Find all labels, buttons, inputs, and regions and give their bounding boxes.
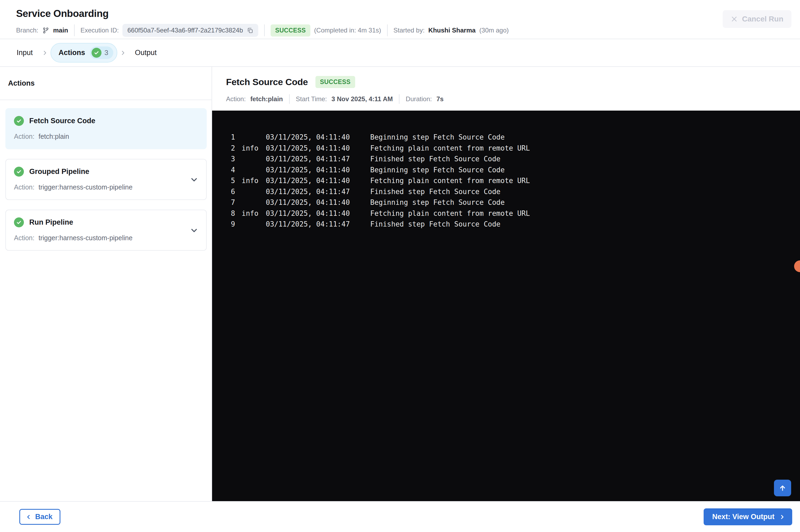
step-meta-row: Action: fetch:plain Start Time: 3 Nov 20… (226, 94, 800, 104)
tab-output[interactable]: Output (129, 49, 163, 57)
log-timestamp: 03/11/2025, 04:11:40 (266, 177, 370, 185)
divider (387, 24, 388, 36)
log-message: Beginning step Fetch Source Code (370, 133, 800, 141)
scroll-marker-dot (794, 260, 800, 272)
execution-id-value: 660f50a7-5eef-43a6-9ff7-2a2179c3824b (127, 26, 243, 34)
branch-value: main (53, 26, 68, 34)
chevron-right-icon (42, 50, 48, 56)
log-row: 7 03/11/2025, 04:11:40 Beginning step Fe… (231, 197, 800, 208)
page-title: Service Onboarding (16, 8, 800, 19)
body: Actions Fetch Source Code Action: fetch:… (0, 67, 800, 501)
card-title: Fetch Source Code (29, 117, 95, 125)
divider (264, 24, 265, 36)
log-row: 4 03/11/2025, 04:11:40 Beginning step Fe… (231, 165, 800, 175)
log-line-number: 3 (231, 155, 242, 163)
log-line-number: 1 (231, 133, 242, 141)
log-message: Finished step Fetch Source Code (370, 188, 800, 196)
log-level: info (242, 177, 266, 185)
action-label: Action: (14, 234, 34, 242)
badge-count: 3 (104, 49, 108, 57)
log-timestamp: 03/11/2025, 04:11:47 (266, 220, 370, 228)
started-by-name: Khushi Sharma (428, 26, 476, 34)
copy-icon[interactable] (247, 27, 253, 34)
log-timestamp: 03/11/2025, 04:11:40 (266, 209, 370, 217)
log-row: 2 info 03/11/2025, 04:11:40 Fetching pla… (231, 143, 800, 154)
sidebar-heading: Actions (0, 67, 212, 100)
log-timestamp: 03/11/2025, 04:11:40 (266, 144, 370, 152)
log-line-number: 6 (231, 188, 242, 196)
log-message: Beginning step Fetch Source Code (370, 198, 800, 206)
log-row: 1 03/11/2025, 04:11:40 Beginning step Fe… (231, 132, 800, 143)
action-value: fetch:plain (38, 133, 69, 140)
cancel-run-button[interactable]: Cancel Run (723, 10, 792, 28)
execution-id-label: Execution ID: (80, 26, 119, 34)
step-action-label: Action: (226, 95, 246, 103)
tab-actions[interactable]: Actions 3 (51, 43, 117, 62)
log-row: 5 info 03/11/2025, 04:11:40 Fetching pla… (231, 175, 800, 186)
action-value: trigger:harness-custom-pipeline (38, 183, 132, 191)
log-message: Fetching plain content from remote URL (370, 144, 800, 152)
action-card[interactable]: Run Pipeline Action: trigger:harness-cus… (5, 210, 207, 251)
log-line-number: 5 (231, 177, 242, 185)
service-onboarding-page: Service Onboarding Branch: main Executio… (0, 0, 800, 532)
git-branch-icon (42, 27, 50, 34)
actions-sidebar: Actions Fetch Source Code Action: fetch:… (0, 67, 212, 501)
log-line-number: 7 (231, 198, 242, 206)
started-by-label: Started by: (394, 26, 425, 34)
action-card[interactable]: Grouped Pipeline Action: trigger:harness… (5, 159, 207, 200)
divider (399, 94, 399, 104)
tab-input[interactable]: Input (10, 49, 39, 57)
divider (74, 24, 75, 36)
log-message: Fetching plain content from remote URL (370, 209, 800, 217)
log-console[interactable]: 1 03/11/2025, 04:11:40 Beginning step Fe… (212, 111, 800, 501)
log-timestamp: 03/11/2025, 04:11:47 (266, 188, 370, 196)
log-line-number: 2 (231, 144, 242, 152)
action-label: Action: (14, 133, 34, 140)
chevron-down-icon[interactable] (190, 226, 199, 235)
chevron-right-icon (120, 50, 126, 56)
log-timestamp: 03/11/2025, 04:11:40 (266, 166, 370, 174)
log-line-number: 8 (231, 209, 242, 217)
log-row: 9 03/11/2025, 04:11:47 Finished step Fet… (231, 219, 800, 230)
log-row: 6 03/11/2025, 04:11:47 Finished step Fet… (231, 186, 800, 197)
next-view-output-button[interactable]: Next: View Output (704, 508, 792, 525)
page-header: Service Onboarding Branch: main Executio… (0, 0, 800, 39)
action-card-list: Fetch Source Code Action: fetch:plain Gr… (0, 100, 212, 251)
log-message: Beginning step Fetch Source Code (370, 166, 800, 174)
back-button[interactable]: Back (19, 509, 60, 525)
step-tab-bar: Input Actions 3 Output (0, 39, 800, 67)
completed-in-text: (Completed in: 4m 31s) (314, 26, 381, 34)
step-title: Fetch Source Code (226, 77, 308, 87)
actions-count-badge: 3 (90, 46, 113, 59)
log-message: Finished step Fetch Source Code (370, 220, 800, 228)
log-message: Finished step Fetch Source Code (370, 155, 800, 163)
status-check-icon (14, 217, 24, 227)
log-line-number: 9 (231, 220, 242, 228)
log-timestamp: 03/11/2025, 04:11:40 (266, 198, 370, 206)
run-status-badge: SUCCESS (271, 24, 310, 37)
log-row: 3 03/11/2025, 04:11:47 Finished step Fet… (231, 154, 800, 165)
wizard-footer: Back Next: View Output (0, 501, 800, 532)
action-value: trigger:harness-custom-pipeline (38, 234, 132, 242)
log-level: info (242, 209, 266, 217)
run-meta-row: Branch: main Execution ID: 660f50a7-5eef… (16, 24, 800, 37)
step-status-badge: SUCCESS (316, 76, 355, 88)
arrow-up-icon (779, 484, 786, 492)
branch-label: Branch: (16, 26, 38, 34)
log-line-number: 4 (231, 166, 242, 174)
started-ago-text: (30m ago) (479, 26, 509, 34)
card-title: Run Pipeline (29, 218, 73, 227)
step-action-value: fetch:plain (250, 95, 283, 103)
action-card[interactable]: Fetch Source Code Action: fetch:plain (5, 108, 207, 149)
scroll-to-top-button[interactable] (774, 480, 791, 496)
divider (289, 94, 290, 104)
chevron-down-icon[interactable] (190, 175, 199, 184)
chevron-right-icon (779, 514, 785, 520)
step-detail-header: Fetch Source Code SUCCESS Action: fetch:… (212, 67, 800, 111)
card-title: Grouped Pipeline (29, 168, 89, 176)
status-check-icon (14, 116, 24, 126)
close-icon (731, 16, 738, 22)
action-label: Action: (14, 183, 34, 191)
chevron-left-icon (25, 514, 32, 520)
step-duration-label: Duration: (406, 95, 432, 103)
